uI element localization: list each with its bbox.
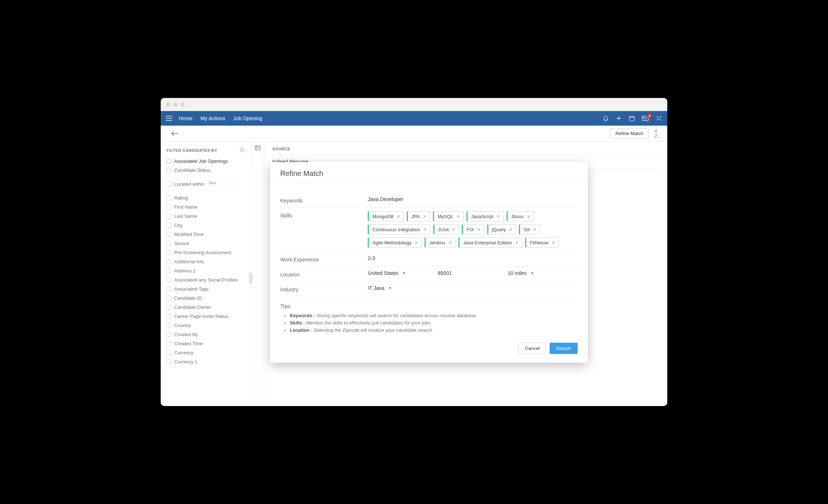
skill-tag[interactable]: FitNesse✕ bbox=[525, 237, 559, 248]
filter-row[interactable]: Associated Tags bbox=[161, 284, 251, 294]
skill-tag[interactable]: jQuery✕ bbox=[487, 224, 516, 235]
filter-row[interactable]: Currency 1 bbox=[161, 357, 251, 366]
location-zip-input[interactable]: 85001 bbox=[438, 270, 508, 276]
nav-my-actions[interactable]: My Actions bbox=[200, 115, 225, 121]
skill-tag[interactable]: MySQL✕ bbox=[433, 211, 464, 221]
filter-row[interactable]: Candidate ID bbox=[161, 294, 251, 303]
checkbox[interactable] bbox=[167, 341, 171, 346]
checkbox[interactable] bbox=[167, 259, 171, 264]
filter-row[interactable]: Associated any Social Profiles bbox=[161, 275, 251, 284]
checkbox[interactable] bbox=[167, 268, 171, 273]
checkbox[interactable] bbox=[167, 214, 171, 218]
checkbox[interactable] bbox=[167, 323, 171, 328]
filter-row[interactable]: Currency bbox=[161, 348, 251, 357]
refine-match-button[interactable]: Refine Match bbox=[610, 128, 649, 139]
checkbox[interactable] bbox=[167, 350, 171, 355]
checkbox[interactable] bbox=[167, 359, 171, 364]
remove-tag-icon[interactable]: ✕ bbox=[533, 227, 537, 232]
filter-row[interactable]: First Name bbox=[161, 202, 251, 212]
skill-tag[interactable]: JPA✕ bbox=[407, 211, 430, 221]
search-icon[interactable] bbox=[239, 147, 245, 153]
location-radius-select[interactable]: 10 miles ▼ bbox=[508, 270, 578, 276]
skill-tag[interactable]: MongoDB✕ bbox=[368, 211, 404, 221]
skill-tag[interactable]: Git✕ bbox=[519, 224, 540, 235]
location-country-select[interactable]: United States ▼ bbox=[368, 270, 438, 276]
skill-tag[interactable]: JavaScript✕ bbox=[466, 211, 504, 221]
checkbox[interactable] bbox=[167, 168, 171, 173]
filter-row[interactable]: Pre-Screening Assessment bbox=[161, 248, 251, 257]
remove-tag-icon[interactable]: ✕ bbox=[397, 214, 401, 219]
skill-tag[interactable]: Agile Methodology✕ bbox=[368, 237, 422, 248]
filter-row[interactable]: Associated Job Openings bbox=[161, 157, 251, 166]
work-experience-value[interactable]: 2-3 bbox=[368, 255, 578, 261]
skill-tag[interactable]: FIX✕ bbox=[462, 224, 484, 235]
filter-row[interactable]: Candidate Owner bbox=[161, 303, 251, 312]
nav-home[interactable]: Home bbox=[179, 115, 192, 121]
skill-tag[interactable]: Java Enterprise Edition✕ bbox=[458, 237, 522, 248]
window-close-dot[interactable] bbox=[166, 102, 170, 107]
filter-row[interactable]: Additional Info bbox=[161, 257, 251, 266]
filter-row[interactable]: Rating bbox=[161, 193, 251, 202]
checkbox[interactable] bbox=[167, 314, 171, 319]
remove-tag-icon[interactable]: ✕ bbox=[448, 240, 452, 245]
search-button[interactable]: Search bbox=[550, 343, 578, 354]
remove-tag-icon[interactable]: ✕ bbox=[551, 240, 555, 245]
checkbox[interactable] bbox=[167, 296, 171, 300]
bell-icon[interactable] bbox=[602, 115, 609, 122]
remove-tag-icon[interactable]: ✕ bbox=[456, 214, 460, 219]
filter-row[interactable]: Career Page Invite Status bbox=[161, 312, 251, 321]
plus-icon[interactable] bbox=[616, 115, 622, 122]
checkbox[interactable] bbox=[167, 205, 171, 209]
remove-tag-icon[interactable]: ✕ bbox=[414, 240, 418, 245]
checkbox[interactable] bbox=[167, 232, 171, 237]
checkbox[interactable] bbox=[167, 241, 171, 246]
sort-icon[interactable]: AZ ↓ bbox=[653, 129, 662, 139]
tools-icon[interactable] bbox=[656, 115, 662, 122]
checkbox[interactable] bbox=[167, 277, 171, 282]
checkbox[interactable] bbox=[167, 223, 171, 228]
skill-tag[interactable]: Continuous Integration✕ bbox=[368, 224, 430, 235]
industry-select[interactable]: IT Java ▼ bbox=[368, 285, 392, 291]
filter-row[interactable]: Candidate Status bbox=[161, 166, 251, 175]
back-arrow-icon[interactable] bbox=[171, 131, 179, 137]
checkbox[interactable] bbox=[167, 182, 171, 186]
filter-located-within[interactable]: Located within New bbox=[161, 180, 251, 189]
filter-row[interactable]: City bbox=[161, 221, 251, 230]
filter-label: First Name bbox=[174, 204, 198, 210]
layout-icon[interactable] bbox=[255, 145, 261, 150]
checkbox[interactable] bbox=[167, 250, 171, 255]
keywords-value[interactable]: Java Developer bbox=[368, 196, 578, 202]
remove-tag-icon[interactable]: ✕ bbox=[496, 214, 500, 219]
skill-tag[interactable]: Jenkins✕ bbox=[425, 237, 456, 248]
filter-row[interactable]: Last Name bbox=[161, 212, 251, 221]
filter-row[interactable]: Created Time bbox=[161, 339, 251, 348]
filter-row[interactable]: Modified Time bbox=[161, 230, 251, 239]
nav-job-openings[interactable]: Job Opening bbox=[233, 115, 262, 121]
filter-row[interactable]: Created By bbox=[161, 330, 251, 339]
filter-row[interactable]: Country bbox=[161, 321, 251, 330]
remove-tag-icon[interactable]: ✕ bbox=[452, 227, 456, 232]
checkbox[interactable] bbox=[167, 332, 171, 337]
skill-tag[interactable]: JUnit✕ bbox=[433, 224, 459, 235]
filter-row[interactable]: Address 2 bbox=[161, 266, 251, 275]
mail-icon[interactable]: 4 bbox=[642, 115, 649, 121]
hamburger-icon[interactable] bbox=[166, 116, 172, 121]
filter-row[interactable]: Source bbox=[161, 239, 251, 248]
remove-tag-icon[interactable]: ✕ bbox=[527, 214, 531, 219]
checkbox[interactable] bbox=[167, 196, 171, 200]
window-min-dot[interactable] bbox=[173, 102, 177, 107]
cancel-button[interactable]: Cancel bbox=[519, 343, 546, 354]
remove-tag-icon[interactable]: ✕ bbox=[509, 227, 513, 232]
collapse-tab[interactable] bbox=[249, 273, 253, 284]
checkbox[interactable] bbox=[167, 287, 171, 291]
remove-tag-icon[interactable]: ✕ bbox=[477, 227, 481, 232]
calendar-icon[interactable] bbox=[629, 115, 635, 122]
remove-tag-icon[interactable]: ✕ bbox=[515, 240, 519, 245]
remove-tag-icon[interactable]: ✕ bbox=[423, 214, 427, 219]
checkbox[interactable] bbox=[167, 305, 171, 310]
skill-tag[interactable]: Jboss✕ bbox=[507, 211, 534, 221]
checkbox[interactable] bbox=[167, 159, 171, 164]
remove-tag-icon[interactable]: ✕ bbox=[423, 227, 427, 232]
window-max-dot[interactable] bbox=[180, 102, 185, 107]
skill-tag-label: MongoDB bbox=[372, 214, 394, 219]
